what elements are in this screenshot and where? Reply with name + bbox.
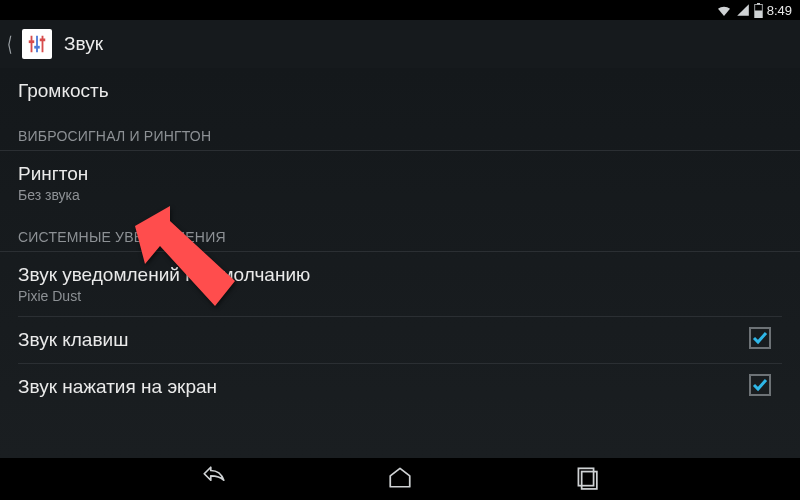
nav-recent-button[interactable] <box>553 458 619 500</box>
row-default-notification-sound[interactable]: Звук уведомлений по умолчанию Pixie Dust <box>0 252 800 316</box>
back-button[interactable]: ⟨ <box>6 29 52 59</box>
settings-list: Громкость ВИБРОСИГНАЛ И РИНГТОН Рингтон … <box>0 68 800 458</box>
svg-rect-7 <box>34 46 40 49</box>
row-title: Звук нажатия на экран <box>18 376 730 398</box>
row-title: Звук клавиш <box>18 329 730 351</box>
signal-icon <box>736 3 750 17</box>
row-dialpad-tones[interactable]: Звук клавиш <box>0 317 800 363</box>
svg-rect-2 <box>754 10 762 18</box>
action-bar: ⟨ Звук <box>0 20 800 68</box>
section-system-notifications: СИСТЕМНЫЕ УВЕДОМЛЕНИЯ <box>0 215 800 251</box>
svg-rect-4 <box>36 36 38 53</box>
section-vibro-ringtone: ВИБРОСИГНАЛ И РИНГТОН <box>0 114 800 150</box>
status-time: 8:49 <box>767 3 792 18</box>
nav-home-button[interactable] <box>367 458 433 500</box>
row-touch-sounds[interactable]: Звук нажатия на экран <box>0 364 800 410</box>
chevron-left-icon: ⟨ <box>7 34 13 54</box>
row-ringtone[interactable]: Рингтон Без звука <box>0 151 800 215</box>
wifi-icon <box>716 2 732 18</box>
row-title: Громкость <box>18 80 782 102</box>
checkbox-checked[interactable] <box>748 326 772 354</box>
nav-back-button[interactable] <box>181 458 247 500</box>
device-frame: 8:49 ⟨ Звук Громкость ВИБРОСИГНАЛ <box>0 0 800 500</box>
row-summary: Pixie Dust <box>18 288 782 304</box>
battery-icon <box>754 3 763 18</box>
checkbox-checked[interactable] <box>748 373 772 401</box>
svg-rect-5 <box>42 36 44 53</box>
svg-rect-8 <box>40 39 46 42</box>
navigation-bar <box>0 458 800 500</box>
page-title: Звук <box>64 33 103 55</box>
status-bar: 8:49 <box>0 0 800 20</box>
row-title: Звук уведомлений по умолчанию <box>18 264 782 286</box>
row-summary: Без звука <box>18 187 782 203</box>
row-volume[interactable]: Громкость <box>0 68 800 114</box>
svg-rect-3 <box>31 36 33 53</box>
svg-rect-6 <box>29 40 35 43</box>
section-label: ВИБРОСИГНАЛ И РИНГТОН <box>18 128 782 144</box>
equalizer-icon <box>22 29 52 59</box>
row-title: Рингтон <box>18 163 782 185</box>
section-label: СИСТЕМНЫЕ УВЕДОМЛЕНИЯ <box>18 229 782 245</box>
